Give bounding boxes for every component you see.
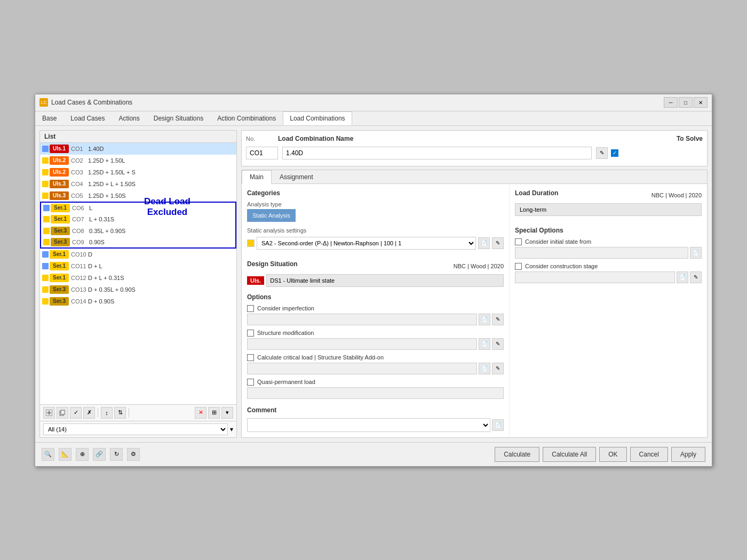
link-icon-btn[interactable]: 🔗 [93, 448, 106, 461]
check2-button[interactable]: ✗ [83, 407, 95, 419]
tab-assignment[interactable]: Assignment [272, 170, 321, 183]
sa-edit-icon[interactable]: ✎ [492, 237, 504, 249]
list-item[interactable]: Ser.1CO12D + L + 0.31S [40, 272, 236, 284]
menu-action-combinations[interactable]: Action Combinations [210, 111, 283, 125]
delete-button[interactable]: ✕ [195, 407, 206, 419]
rotate-icon-btn[interactable]: ↻ [110, 448, 123, 461]
co-formula: 1.25D + 1.50L [88, 157, 125, 164]
critical-load-new-icon[interactable]: 📄 [479, 363, 490, 374]
construction-edit-icon[interactable]: ✎ [690, 271, 702, 283]
comment-edit-icon[interactable]: 📄 [492, 419, 504, 431]
construction-checkbox[interactable] [515, 263, 522, 270]
co-id: CO5 [71, 193, 88, 199]
menu-base[interactable]: Base [35, 111, 63, 125]
initial-state-input[interactable] [515, 247, 688, 259]
apply-button[interactable]: Apply [671, 447, 705, 462]
special-options-section: Special Options Consider initial state f… [515, 227, 702, 283]
structure-mod-new-icon[interactable]: 📄 [479, 338, 490, 350]
list-item[interactable]: Ser.3CO13D + 0.35L + 0.90S [40, 284, 236, 295]
calculate-all-button[interactable]: Calculate All [543, 447, 596, 462]
axis-icon-btn[interactable]: ⊕ [76, 448, 89, 461]
cancel-button[interactable]: Cancel [630, 447, 668, 462]
co-formula: 1.40D [88, 146, 104, 152]
list-item[interactable]: Ser.3CO90.90S [40, 237, 236, 249]
structure-mod-edit-icon[interactable]: ✎ [492, 338, 504, 350]
options-title: Options [247, 293, 504, 301]
edit-icon[interactable]: ✎ [596, 147, 608, 159]
construction-input[interactable] [515, 271, 675, 283]
co-number-input[interactable] [246, 147, 278, 159]
construction-new-icon[interactable]: 📄 [677, 271, 688, 283]
tab-main[interactable]: Main [242, 170, 272, 184]
quasi-permanent-checkbox[interactable] [247, 379, 254, 386]
co-badge: Uls.3 [50, 180, 69, 188]
imperfection-input[interactable] [247, 314, 477, 325]
list-item[interactable]: Uls.3CO41.25D + L + 1.50S [40, 178, 236, 190]
option-structure-mod: Structure modification 📄 ✎ [247, 330, 504, 350]
menu-load-cases[interactable]: Load Cases [63, 111, 112, 125]
co-badge: Ser.3 [50, 297, 69, 306]
critical-load-checkbox[interactable] [247, 354, 254, 361]
sa-select[interactable]: SA2 - Second-order (P-Δ) | Newton-Raphso… [257, 237, 476, 250]
color-square [42, 263, 49, 269]
calculate-button[interactable]: Calculate [495, 447, 539, 462]
measure-icon-btn[interactable]: 📐 [59, 448, 71, 461]
co-name-input[interactable] [282, 147, 592, 159]
co-id: CO2 [71, 157, 88, 164]
copy-button[interactable] [57, 407, 68, 419]
list-item[interactable]: Ser.3CO14D + 0.90S [40, 295, 236, 307]
grid-button[interactable]: ⊞ [208, 407, 220, 419]
to-solve-checkbox[interactable]: ✓ [611, 149, 618, 157]
maximize-button[interactable]: □ [679, 97, 693, 108]
menu-load-combinations[interactable]: Load Combinations [283, 111, 352, 125]
list-item[interactable]: Ser.1CO6L [40, 202, 236, 213]
critical-load-input[interactable] [247, 363, 477, 374]
co-id: CO9 [72, 239, 89, 245]
settings-icon-btn[interactable]: ⚙ [127, 448, 140, 461]
close-button[interactable]: ✕ [694, 97, 708, 108]
more-button[interactable]: ▾ [221, 407, 233, 419]
comment-select[interactable] [247, 418, 490, 432]
filter-select[interactable]: All (14) [43, 423, 228, 435]
minimize-button[interactable]: ─ [664, 97, 678, 108]
list-item[interactable]: Uls.2CO21.25D + 1.50L [40, 155, 236, 166]
new-button[interactable] [43, 407, 55, 419]
structure-mod-checkbox[interactable] [247, 330, 254, 337]
check-button[interactable]: ✓ [70, 407, 82, 419]
co-formula: D [88, 251, 92, 258]
window-controls: ─ □ ✕ [664, 97, 708, 108]
ds-badge: Uls. [247, 276, 264, 285]
menu-design-situations[interactable]: Design Situations [147, 111, 210, 125]
imperfection-checkbox[interactable] [247, 305, 254, 312]
search-icon-btn[interactable]: 🔍 [42, 448, 54, 461]
sa-new-icon[interactable]: 📄 [478, 237, 490, 249]
list-item[interactable]: Ser.3CO80.35L + 0.90S [40, 225, 236, 237]
color-square [42, 181, 49, 187]
list-item[interactable]: Uls.3CO51.25D + 1.50S [40, 190, 236, 202]
initial-state-checkbox[interactable] [515, 238, 522, 245]
comment-area: Comment 📄 [247, 406, 504, 432]
color-square [43, 228, 50, 234]
list-item[interactable]: Uls.2CO31.25D + 1.50L + S [40, 166, 236, 178]
menu-actions[interactable]: Actions [112, 111, 146, 125]
imperfection-edit-icon[interactable]: ✎ [492, 314, 504, 325]
list-content: Uls.1CO11.40DUls.2CO21.25D + 1.50LUls.2C… [40, 143, 236, 404]
list-item[interactable]: Uls.1CO11.40D [40, 143, 236, 155]
options-section: Options Consider imperfection [247, 293, 504, 399]
critical-load-edit-icon[interactable]: ✎ [492, 363, 504, 374]
co-badge: Ser.3 [50, 285, 69, 294]
imperfection-new-icon[interactable]: 📄 [479, 314, 490, 325]
sort-button[interactable]: ↕ [101, 407, 113, 419]
list-item[interactable]: Ser.1CO11D + L [40, 260, 236, 272]
svg-rect-4 [61, 410, 65, 414]
structure-mod-input[interactable] [247, 338, 477, 350]
load-duration-title: Load Duration [515, 189, 558, 197]
initial-state-icon[interactable]: 📄 [690, 247, 702, 259]
sort2-button[interactable]: ⇅ [114, 407, 126, 419]
list-item[interactable]: Ser.1CO10D [40, 249, 236, 260]
ok-button[interactable]: OK [599, 447, 626, 462]
structure-mod-label: Structure modification [257, 330, 314, 336]
to-solve-label: To Solve [677, 135, 703, 142]
list-item[interactable]: Ser.1CO7L + 0.31S [40, 213, 236, 225]
co-badge: Ser.1 [51, 204, 70, 212]
